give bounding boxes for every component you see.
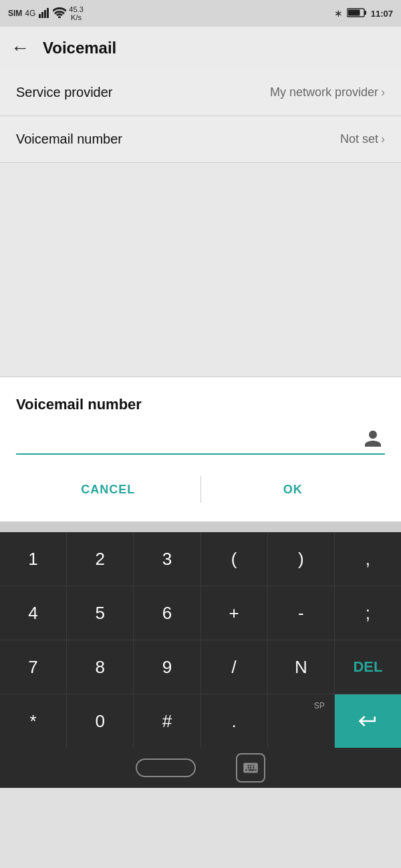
home-button[interactable]	[136, 758, 196, 777]
svg-rect-1	[41, 12, 43, 18]
phone-keyboard: 1 2 3 ( ) , 4 5 6 + - ; 7 8 9 / N DEL * …	[0, 532, 401, 748]
key-semicolon[interactable]: ;	[335, 586, 401, 640]
key-2[interactable]: 2	[67, 532, 134, 586]
key-sp[interactable]: SP	[268, 694, 335, 748]
voicemail-number-label: Voicemail number	[16, 132, 122, 147]
key-5[interactable]: 5	[67, 586, 134, 640]
settings-spacer	[0, 163, 401, 377]
voicemail-number-dialog: Voicemail number CANCEL OK	[0, 377, 401, 521]
wifi-icon	[53, 7, 66, 20]
voicemail-number-item[interactable]: Voicemail number Not set ›	[0, 116, 401, 163]
key-0[interactable]: 0	[67, 694, 134, 748]
key-1[interactable]: 1	[0, 532, 67, 586]
svg-rect-6	[348, 9, 360, 15]
network-label: 4G	[25, 9, 35, 18]
status-right: ∗ 11:07	[334, 7, 393, 20]
signal-icon	[38, 7, 50, 20]
key-hash[interactable]: #	[134, 694, 200, 748]
keyboard-row-1: 1 2 3 ( ) ,	[0, 532, 401, 586]
status-bar: SIM 4G 45.3K/s ∗ 11:07	[0, 0, 401, 27]
chevron-icon: ›	[381, 85, 385, 99]
keyboard-toggle-button[interactable]	[236, 753, 265, 783]
keyboard-row-3: 7 8 9 / N DEL	[0, 640, 401, 694]
keyboard-separator	[0, 521, 401, 532]
chevron-icon-2: ›	[381, 132, 385, 146]
sp-label: SP	[314, 701, 325, 710]
status-left: SIM 4G 45.3K/s	[8, 5, 84, 21]
dialog-buttons: CANCEL OK	[16, 471, 385, 508]
key-star[interactable]: *	[0, 694, 67, 748]
battery-icon	[347, 7, 367, 20]
key-9[interactable]: 9	[134, 640, 200, 694]
voicemail-number-value: Not set ›	[340, 132, 385, 146]
svg-rect-3	[47, 8, 49, 18]
data-speed: 45.3K/s	[69, 5, 83, 21]
nav-bar	[0, 748, 401, 788]
key-period[interactable]: .	[201, 694, 268, 748]
key-8[interactable]: 8	[67, 640, 134, 694]
back-button[interactable]: ←	[11, 37, 29, 59]
service-provider-item[interactable]: Service provider My network provider ›	[0, 69, 401, 116]
carrier-label: SIM	[8, 9, 22, 18]
key-plus[interactable]: +	[201, 586, 268, 640]
page-title: Voicemail	[43, 39, 116, 57]
delete-key[interactable]: DEL	[335, 640, 401, 694]
key-minus[interactable]: -	[268, 586, 335, 640]
settings-list: Service provider My network provider › V…	[0, 69, 401, 163]
dialog-title: Voicemail number	[16, 396, 385, 413]
bluetooth-icon: ∗	[334, 7, 343, 19]
number-input-row	[16, 427, 385, 455]
time-label: 11:07	[371, 9, 393, 19]
cancel-button[interactable]: CANCEL	[16, 471, 200, 508]
contact-picker-button[interactable]	[361, 427, 385, 451]
svg-rect-0	[39, 14, 41, 18]
ok-button[interactable]: OK	[201, 471, 386, 508]
voicemail-number-input[interactable]	[16, 431, 361, 447]
app-bar: ← Voicemail	[0, 27, 401, 69]
svg-rect-2	[44, 10, 46, 18]
service-provider-value: My network provider ›	[270, 85, 385, 99]
key-3[interactable]: 3	[134, 532, 200, 586]
keyboard-row-2: 4 5 6 + - ;	[0, 586, 401, 640]
service-provider-label: Service provider	[16, 85, 113, 100]
keyboard-row-4: * 0 # . SP	[0, 694, 401, 748]
key-n[interactable]: N	[268, 640, 335, 694]
key-slash[interactable]: /	[201, 640, 268, 694]
svg-rect-5	[364, 11, 366, 15]
key-7[interactable]: 7	[0, 640, 67, 694]
enter-key[interactable]	[335, 694, 401, 748]
key-6[interactable]: 6	[134, 586, 200, 640]
key-close-paren[interactable]: )	[268, 532, 335, 586]
key-open-paren[interactable]: (	[201, 532, 268, 586]
key-comma[interactable]: ,	[335, 532, 401, 586]
key-4[interactable]: 4	[0, 586, 67, 640]
